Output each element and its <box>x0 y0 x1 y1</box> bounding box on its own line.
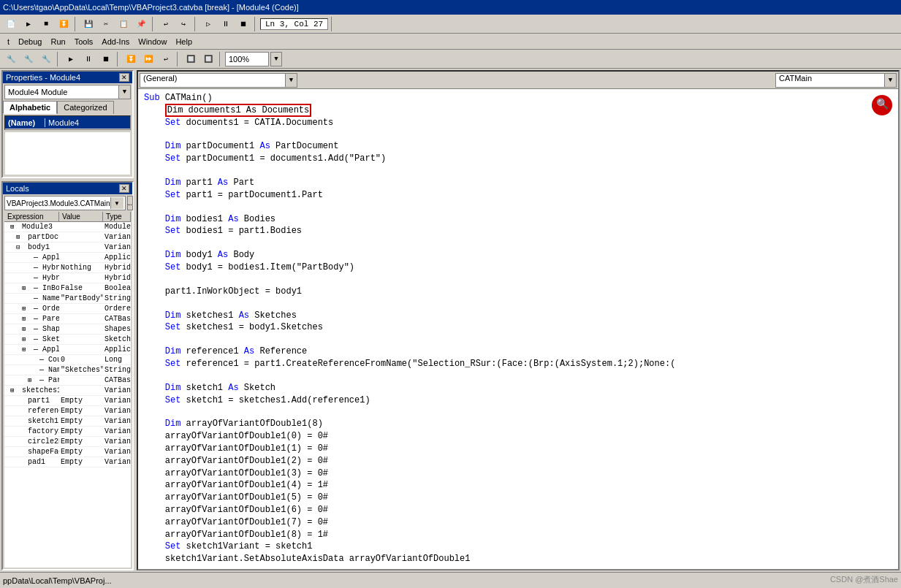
tab-alphabetic[interactable]: Alphabetic <box>3 101 57 114</box>
toolbar-2: 🔧 🔧 🔧 ▶ ⏸ ⏹ ⏬ ⏩ ↩ 🔲 🔲 100% ▼ <box>0 50 901 69</box>
tree-expand-icon[interactable]: ⊟ <box>16 243 23 251</box>
toolbar-stop[interactable]: ■ <box>38 17 54 31</box>
menu-help[interactable]: Help <box>171 36 197 47</box>
locals-cell-expr: — HybridSha <box>4 274 59 282</box>
locals-cell-val: 0 <box>59 356 103 364</box>
tree-expand-icon[interactable]: ⊞ <box>10 223 18 231</box>
locals-select-arrow[interactable]: ▼ <box>110 197 123 209</box>
t2-sep1 <box>57 52 60 66</box>
keyword-span: Dim <box>165 177 181 188</box>
locals-cell-type: Variant/Empty <box>103 407 131 415</box>
expr-text: — Applic€ <box>34 345 59 354</box>
toolbar-reset[interactable]: ⏹ <box>235 17 251 31</box>
code-right-dropdown[interactable]: CATMain <box>775 73 885 88</box>
menu-tools[interactable]: Tools <box>70 36 98 47</box>
toolbar-redo[interactable]: ↪ <box>175 17 191 31</box>
locals-cell-type: HybridShapes/ <box>103 274 131 282</box>
toolbar-paste[interactable]: 📌 <box>133 17 149 31</box>
module-select-arrow[interactable]: ▼ <box>118 85 130 99</box>
module-select-container[interactable]: Module4 Module ▼ <box>4 85 131 99</box>
code-line: arrayOfVariantOfDouble1(2) = 0# <box>144 455 892 467</box>
t2-btn10[interactable]: 🔲 <box>183 52 199 66</box>
zoom-dropdown[interactable]: 100% <box>225 52 269 66</box>
prop-row-name[interactable]: (Name) Module4 <box>5 116 130 129</box>
locals-cell-expr: ⊞ — OrderedGe <box>4 305 59 313</box>
toolbar-break[interactable]: ⏸ <box>218 17 234 31</box>
tree-expand-icon[interactable]: ⊞ <box>22 284 29 292</box>
right-dropdown-arrow[interactable]: ▼ <box>885 73 897 88</box>
locals-row: ⊞ — Applic€ Application/A <box>4 345 131 355</box>
tree-expand-icon[interactable]: ⊞ <box>16 233 23 241</box>
menu-debug[interactable]: Debug <box>14 36 46 47</box>
menu-run[interactable]: Run <box>46 36 69 47</box>
locals-row: pad1 Empty Variant/Empty <box>4 457 131 467</box>
locals-cell-val: Empty <box>59 407 103 415</box>
code-line: Dim body1 As Body <box>144 249 892 261</box>
menu-t[interactable]: t <box>3 36 14 47</box>
sep3 <box>194 17 197 31</box>
expr-text: partDocumen <box>28 233 59 241</box>
t2-btn2[interactable]: 🔧 <box>20 52 37 66</box>
locals-settings-btn[interactable]: … <box>127 196 133 210</box>
t2-btn6[interactable]: ⏹ <box>98 52 114 66</box>
search-circle-icon[interactable]: 🔍 <box>872 95 892 115</box>
locals-cell-type: Boolean <box>103 284 131 292</box>
t2-btn9[interactable]: ↩ <box>158 52 174 66</box>
locals-cell-expr: factory2D1 <box>4 427 59 435</box>
locals-select-text: VBAProject3.Module3.CATMain <box>7 199 110 207</box>
t2-btn5[interactable]: ⏸ <box>80 52 96 66</box>
t2-btn11[interactable]: 🔲 <box>200 52 216 66</box>
keyword-span: As <box>259 141 270 151</box>
toolbar-save[interactable]: 💾 <box>80 17 96 31</box>
tree-expand-icon[interactable]: ⊞ <box>10 386 18 394</box>
toolbar-cut[interactable]: ✂ <box>98 17 114 31</box>
locals-close-btn[interactable]: ✕ <box>119 184 129 193</box>
toolbar-undo[interactable]: ↩ <box>158 17 174 31</box>
watermark: CSDN @煮酒Shae <box>830 574 898 585</box>
menu-addins[interactable]: Add-Ins <box>97 36 134 47</box>
code-line <box>144 237 892 249</box>
tab-categorized[interactable]: Categorized <box>57 101 113 114</box>
toolbar-play[interactable]: ▶ <box>20 17 37 31</box>
tree-expand-icon[interactable]: ⊞ <box>22 345 29 354</box>
properties-title: Properties - Module4 <box>6 73 80 82</box>
code-area[interactable]: 🔍 Sub CATMain() Dim documents1 As Docume… <box>138 89 898 569</box>
t2-btn4[interactable]: ▶ <box>63 52 79 66</box>
toolbar-run[interactable]: ▷ <box>200 17 216 31</box>
locals-cell-type: Variant/Empty <box>103 448 131 456</box>
code-line: arrayOfVariantOfDouble1(7) = 0# <box>144 516 892 529</box>
locals-cell-type: Variant/Obje <box>103 386 131 394</box>
code-panel: (General) ▼ CATMain ▼ 🔍 Sub CATMain() Di… <box>137 70 900 570</box>
t2-btn3[interactable]: 🔧 <box>38 52 54 66</box>
locals-cell-expr: — Name <box>4 366 59 374</box>
locals-cell-type: Variant/Empty <box>103 397 131 405</box>
menu-window[interactable]: Window <box>134 36 171 47</box>
tree-expand-icon[interactable]: ⊞ <box>22 315 29 323</box>
zoom-dropdown-arrow[interactable]: ▼ <box>270 52 282 66</box>
locals-rows: ⊞ Module3 Module3/Modu ⊞ partDocumen Var… <box>4 222 131 467</box>
tree-expand-icon[interactable]: ⊞ <box>22 305 29 313</box>
toolbar-step[interactable]: ⏬ <box>56 17 72 31</box>
left-dropdown-arrow[interactable]: ▼ <box>286 73 297 88</box>
keyword-span: As <box>228 214 238 224</box>
code-left-dropdown[interactable]: (General) <box>140 73 286 88</box>
code-line: Dim partDocument1 As PartDocument <box>144 140 892 153</box>
locals-cell-type: String <box>103 366 131 374</box>
toolbar-new[interactable]: 📄 <box>3 17 19 31</box>
locals-cell-type: OrderedGeomet <box>103 305 131 313</box>
locals-cell-type: Variant/Empty <box>103 427 131 435</box>
toolbar-copy[interactable]: 📋 <box>115 17 132 31</box>
locals-select-container[interactable]: VBAProject3.Module3.CATMain ▼ <box>4 196 126 210</box>
keyword-span: Set <box>165 262 181 272</box>
code-line: Dim sketches1 As Sketches <box>144 310 892 322</box>
t2-btn7[interactable]: ⏬ <box>123 52 139 66</box>
tree-expand-icon[interactable]: ⊞ <box>22 325 29 333</box>
tree-expand-icon[interactable]: ⊞ <box>28 376 35 384</box>
locals-title-bar: Locals ✕ <box>3 183 132 194</box>
code-line: arrayOfVariantOfDouble1(6) = 0# <box>144 504 892 516</box>
left-panel: Properties - Module4 ✕ Module4 Module ▼ … <box>0 69 135 572</box>
tree-expand-icon[interactable]: ⊞ <box>22 335 29 343</box>
properties-close-btn[interactable]: ✕ <box>119 73 129 82</box>
t2-btn1[interactable]: 🔧 <box>3 52 19 66</box>
t2-btn8[interactable]: ⏩ <box>140 52 156 66</box>
